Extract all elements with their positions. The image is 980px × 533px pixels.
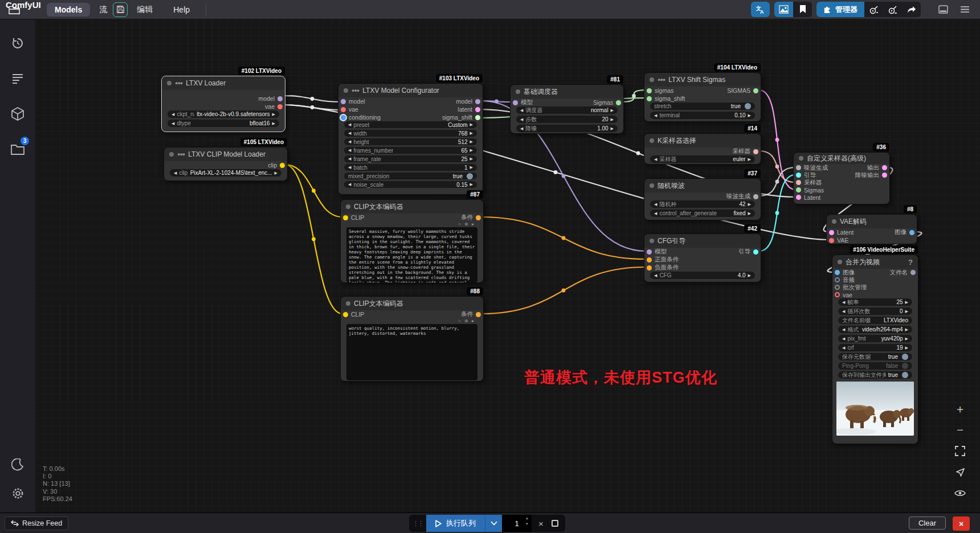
widget-right-arrow[interactable]: ▶ (611, 108, 614, 113)
widget-right-arrow[interactable]: ▶ (470, 122, 473, 127)
widget-left-arrow[interactable]: ◀ (520, 126, 523, 131)
output-slot[interactable]: clip (268, 162, 285, 169)
node-title[interactable]: ●●●LTXV Loader (162, 76, 285, 90)
collapse-dot[interactable] (346, 301, 350, 306)
toggle-knob[interactable] (745, 103, 751, 109)
collapse-dot[interactable] (832, 219, 836, 224)
menu-help[interactable]: Help (170, 3, 193, 17)
input-slot-dot[interactable] (647, 265, 652, 270)
collapse-dot[interactable] (650, 183, 654, 188)
graph-node-14[interactable]: #14K采样器选择采样器◀采样器euler▶ (644, 133, 761, 165)
widget-left-arrow[interactable]: ◀ (348, 140, 351, 144)
share-button[interactable] (902, 2, 921, 17)
input-slot[interactable]: 模型 (647, 248, 667, 256)
toggle-knob[interactable] (902, 363, 908, 369)
widget-left-arrow[interactable]: ◀ (520, 108, 523, 113)
output-slot[interactable]: vae (265, 103, 283, 110)
input-slot-dot[interactable] (343, 215, 348, 220)
widget-toggle[interactable]: mixed_precisiontrue (344, 173, 477, 179)
widget-combo[interactable]: ◀frames_number65▶ (344, 147, 477, 154)
collapse-dot[interactable] (650, 77, 654, 82)
input-slot[interactable]: Sigmas (796, 187, 824, 194)
prompt-text-widget[interactable]: worst quality, inconsistent motion, blur… (346, 324, 477, 380)
input-slot-dot[interactable] (835, 277, 840, 282)
input-slot[interactable]: 音频 (835, 276, 855, 284)
video-preview-image[interactable] (836, 382, 914, 436)
widget-right-arrow[interactable]: ▶ (748, 273, 751, 278)
collapse-dot[interactable] (346, 204, 350, 209)
settings-button[interactable] (6, 482, 29, 505)
output-slot-dot[interactable] (476, 215, 481, 220)
input-slot[interactable]: Latent (829, 229, 854, 236)
widget-left-arrow[interactable]: ◀ (654, 211, 657, 216)
graph-node-37[interactable]: #37随机噪波噪波生成◀随机种42▶◀control_after_generat… (644, 178, 761, 220)
widget-right-arrow[interactable]: ▶ (905, 309, 908, 314)
node-title[interactable]: CLIP文本编码器 (341, 200, 483, 214)
graph-node-81[interactable]: #81基础调度器模型Sigmas◀调度器normal▶◀步数20▶◀降噪1.00… (510, 84, 624, 134)
menu-models[interactable]: Models (47, 3, 90, 17)
widget-right-arrow[interactable]: ▶ (611, 126, 614, 131)
zoom-out-button[interactable]: − (953, 423, 967, 437)
widget-combo[interactable]: ◀frame_rate25▶ (344, 155, 477, 162)
widget-combo[interactable]: ◀noise_scale0.15▶ (344, 181, 477, 188)
input-slot[interactable]: sigma_shift (647, 95, 685, 102)
input-slot[interactable]: vae (835, 292, 852, 298)
widget-right-arrow[interactable]: ▶ (272, 112, 275, 117)
output-slot[interactable]: latent (458, 106, 480, 113)
collapse-dot[interactable] (169, 152, 174, 157)
fit-view-button[interactable] (953, 444, 967, 458)
graph-node-105[interactable]: #105 LTXVideo●●●LTXV CLIP Model Loadercl… (164, 147, 288, 181)
output-slot[interactable]: 采样器 (733, 147, 759, 155)
widget-left-arrow[interactable]: ◀ (654, 157, 657, 162)
output-slot-dot[interactable] (280, 163, 285, 168)
input-slot[interactable]: 负面条件 (647, 264, 679, 272)
node-title[interactable]: 自定义采样器(高级) (794, 153, 889, 164)
widget-combo[interactable]: ◀height512▶ (344, 138, 477, 145)
widget-left-arrow[interactable]: ◀ (348, 131, 351, 136)
input-slot-dot[interactable] (796, 187, 801, 192)
theme-toggle-button[interactable] (6, 453, 29, 476)
output-slot-dot[interactable] (910, 270, 916, 275)
graph-node-42[interactable]: #42CFG引导模型引导正面条件负面条件◀CFG4.0▶ (644, 233, 761, 282)
output-slot-dot[interactable] (753, 194, 758, 199)
input-slot[interactable]: 模型 (513, 99, 533, 106)
widget-left-arrow[interactable]: ◀ (348, 165, 351, 170)
input-slot-dot[interactable] (341, 99, 346, 104)
text-widget-controls[interactable]: ○ ⊕ ▸ (341, 318, 483, 324)
sidebar-item-workflows[interactable]: 3 (6, 138, 29, 161)
widget-left-arrow[interactable]: ◀ (842, 300, 845, 305)
output-slot[interactable]: model (258, 95, 283, 102)
output-slot[interactable]: 图像 (895, 228, 914, 236)
clean-vram-button[interactable] (864, 2, 883, 17)
output-slot-dot[interactable] (882, 173, 887, 178)
input-slot[interactable]: CLIP (343, 311, 364, 318)
widget-right-arrow[interactable]: ▶ (748, 113, 751, 118)
toggle-knob[interactable] (902, 372, 908, 378)
stop-button[interactable] (552, 520, 558, 527)
widget-toggle[interactable]: Ping-Pongfalse (838, 362, 912, 370)
output-slot-dot[interactable] (909, 230, 914, 235)
input-slot[interactable]: 批次管理 (835, 284, 867, 292)
widget-right-arrow[interactable]: ▶ (272, 121, 275, 126)
input-slot-dot[interactable] (341, 115, 346, 120)
graph-node-87[interactable]: #87CLIP文本编码器CLIP条件○ ⊕ ▸Several massive, … (340, 199, 484, 283)
widget-combo[interactable]: ◀presetCustom▶ (344, 121, 477, 128)
widget-combo[interactable]: ◀crf19▶ (838, 344, 912, 351)
comfyui-logo[interactable]: ComfyUI (5, 5, 41, 15)
node-title[interactable]: K采样器选择 (644, 134, 761, 147)
widget-left-arrow[interactable]: ◀ (174, 171, 177, 175)
input-slot-dot[interactable] (796, 173, 801, 178)
output-slot[interactable]: 文件名 (890, 269, 916, 277)
node-title[interactable]: ●●●LTXV Shift Sigmas (644, 73, 761, 87)
input-slot[interactable]: conditioning (341, 114, 381, 121)
output-slot[interactable]: 噪波生成 (726, 192, 758, 200)
toggle-panel-button[interactable] (934, 2, 952, 17)
widget-right-arrow[interactable]: ▶ (470, 148, 473, 153)
input-slot-dot[interactable] (647, 249, 652, 255)
sidebar-item-queue-history[interactable] (6, 32, 29, 55)
widget-combo[interactable]: ◀pix_fmtyuv420p▶ (838, 335, 912, 342)
output-slot[interactable]: model (456, 98, 480, 105)
widget-left-arrow[interactable]: ◀ (654, 113, 657, 118)
input-slot-dot[interactable] (829, 238, 834, 243)
output-slot-dot[interactable] (475, 115, 480, 120)
